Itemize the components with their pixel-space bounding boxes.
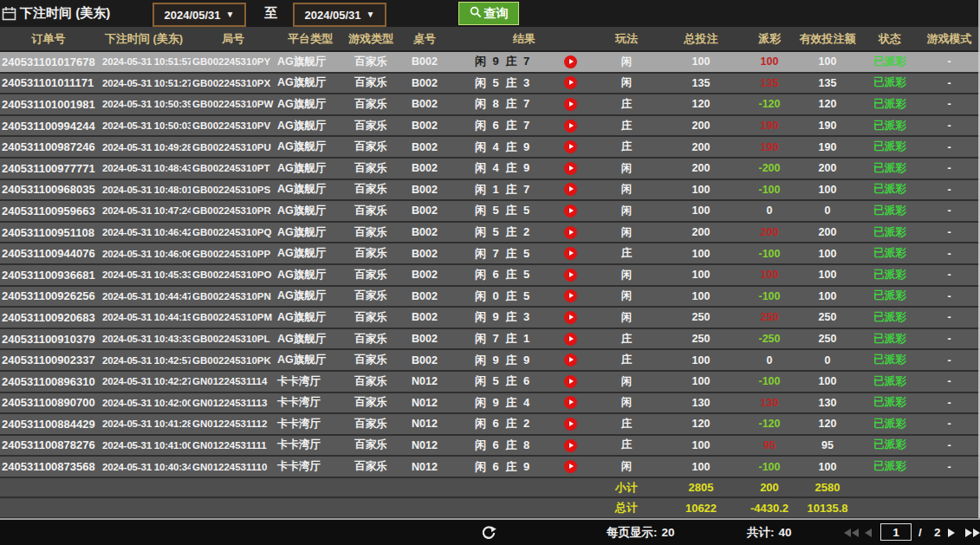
status-cell: 已派彩 [861, 264, 918, 286]
round-cell: GB002245310PK [191, 349, 276, 371]
table-row[interactable]: 240531100959663 2024-05-31 10:47:24 GB00… [0, 200, 980, 222]
replay-cell [544, 307, 596, 328]
status-cell: 已派彩 [861, 51, 918, 73]
status-cell: 已派彩 [861, 158, 918, 179]
game-mode-cell: - [918, 435, 980, 457]
valid-bet-cell: 100 [794, 179, 861, 201]
platform-cell: 卡卡湾厅 [276, 393, 345, 414]
replay-icon[interactable] [564, 55, 577, 68]
grand-total-label: 总计 [596, 497, 657, 518]
total-bet-cell: 120 [657, 94, 745, 115]
col-total-bet: 总投注 [657, 27, 745, 51]
table-row[interactable]: 240531100951108 2024-05-31 10:46:42 GB00… [0, 222, 980, 243]
replay-icon[interactable] [564, 226, 577, 239]
replay-icon[interactable] [564, 311, 577, 324]
table-row[interactable]: 240531101001981 2024-05-31 10:50:39 GB00… [0, 94, 980, 115]
valid-bet-cell: 250 [794, 307, 861, 328]
replay-icon[interactable] [564, 289, 577, 302]
round-cell: GB002245310PT [191, 158, 276, 179]
replay-icon[interactable] [564, 269, 577, 282]
table-row[interactable]: 240531100920683 2024-05-31 10:44:19 GB00… [0, 307, 980, 328]
subtotal-row: 小计 2805 200 2580 [0, 477, 980, 498]
replay-icon[interactable] [564, 418, 577, 431]
game-type-cell: 百家乐 [345, 371, 397, 393]
table-row[interactable]: 240531100910379 2024-05-31 10:43:33 GB00… [0, 328, 980, 350]
col-order: 订单号 [0, 27, 97, 51]
table-row[interactable]: 240531101017678 2024-05-31 10:51:57 GB00… [0, 51, 980, 73]
replay-icon[interactable] [564, 98, 577, 111]
game-mode-cell: - [918, 51, 980, 73]
next-page-button[interactable] [948, 520, 955, 545]
table-row[interactable]: 240531100878276 2024-05-31 10:41:00 GN01… [0, 435, 980, 457]
bet-time-cell: 2024-05-31 10:46:06 [97, 243, 191, 264]
status-cell: 已派彩 [861, 435, 918, 457]
page-number-input[interactable] [880, 523, 912, 541]
table-row[interactable]: 240531101011171 2024-05-31 10:51:27 GB00… [0, 73, 980, 94]
replay-icon[interactable] [564, 354, 577, 367]
replay-icon[interactable] [564, 396, 577, 409]
replay-icon[interactable] [564, 460, 577, 473]
table-row[interactable]: 240531100890700 2024-05-31 10:42:00 GN01… [0, 393, 980, 414]
replay-icon[interactable] [564, 183, 577, 196]
table-row[interactable]: 240531100944076 2024-05-31 10:46:06 GB00… [0, 243, 980, 264]
filter-bar: 下注时间 (美东) 2024/05/31 ▼ 至 2024/05/31 ▼ 查询 [0, 0, 980, 27]
total-bet-cell: 100 [657, 243, 745, 264]
query-button[interactable]: 查询 [458, 2, 519, 25]
play-cell: 闲 [596, 456, 657, 477]
refresh-icon[interactable] [480, 520, 497, 545]
order-cell: 240531100884429 [0, 413, 97, 435]
replay-icon[interactable] [564, 439, 577, 452]
total-count-label: 共计: [747, 525, 775, 541]
play-cell: 庄 [596, 94, 657, 115]
table-row[interactable]: 240531100977771 2024-05-31 10:48:43 GB00… [0, 158, 980, 179]
platform-cell: AG旗舰厅 [276, 222, 345, 243]
replay-icon[interactable] [564, 247, 577, 260]
result-cell: 闲 9 庄 9 [452, 349, 544, 371]
replay-icon[interactable] [564, 333, 577, 346]
table-row[interactable]: 240531100936681 2024-05-31 10:45:33 GB00… [0, 264, 980, 286]
date-to-select[interactable]: 2024/05/31 ▼ [293, 3, 386, 27]
grand-total-total-bet: 10622 [657, 497, 745, 518]
col-table-no: 桌号 [397, 27, 452, 51]
replay-icon[interactable] [564, 140, 577, 153]
prev-page-button[interactable] [865, 520, 872, 545]
play-cell: 庄 [596, 115, 657, 137]
table-row[interactable]: 240531100926256 2024-05-31 10:44:47 GB00… [0, 286, 980, 308]
play-cell: 闲 [596, 393, 657, 414]
order-cell: 240531100936681 [0, 264, 97, 286]
table-row[interactable]: 240531100987246 2024-05-31 10:49:28 GB00… [0, 136, 980, 158]
replay-icon[interactable] [564, 76, 577, 89]
replay-icon[interactable] [564, 204, 577, 217]
status-cell: 已派彩 [861, 115, 918, 137]
table-row[interactable]: 240531100968035 2024-05-31 10:48:01 GB00… [0, 179, 980, 201]
table-row[interactable]: 240531100873568 2024-05-31 10:40:34 GN01… [0, 456, 980, 477]
replay-icon[interactable] [564, 120, 577, 133]
status-cell: 已派彩 [861, 94, 918, 115]
replay-icon[interactable] [564, 375, 577, 388]
page-separator: / [918, 520, 922, 545]
table-row[interactable]: 240531100884429 2024-05-31 10:41:28 GN01… [0, 413, 980, 435]
replay-icon[interactable] [564, 162, 577, 175]
subtotal-total-bet: 2805 [657, 477, 745, 498]
game-mode-cell: - [918, 328, 980, 350]
table-no-cell: B002 [397, 349, 452, 371]
table-row[interactable]: 240531100896310 2024-05-31 10:42:27 GN01… [0, 371, 980, 393]
table-row[interactable]: 240531100902337 2024-05-31 10:42:57 GB00… [0, 349, 980, 371]
col-status: 状态 [861, 27, 918, 51]
status-cell: 已派彩 [861, 328, 918, 350]
last-page-button[interactable] [965, 520, 980, 545]
game-type-cell: 百家乐 [345, 456, 397, 477]
game-type-cell: 百家乐 [345, 73, 397, 94]
table-no-cell: B002 [397, 328, 452, 350]
table-row[interactable]: 240531100994244 2024-05-31 10:50:03 GB00… [0, 115, 980, 137]
date-from-select[interactable]: 2024/05/31 ▼ [153, 3, 246, 27]
payout-cell: -100 [745, 456, 794, 477]
table-no-cell: B002 [397, 222, 452, 243]
game-mode-cell: - [918, 307, 980, 328]
replay-cell [544, 179, 596, 201]
table-no-cell: N012 [397, 435, 452, 457]
status-cell: 已派彩 [861, 393, 918, 414]
game-mode-cell: - [918, 286, 980, 308]
first-page-button[interactable] [844, 520, 859, 545]
platform-cell: AG旗舰厅 [276, 94, 345, 115]
